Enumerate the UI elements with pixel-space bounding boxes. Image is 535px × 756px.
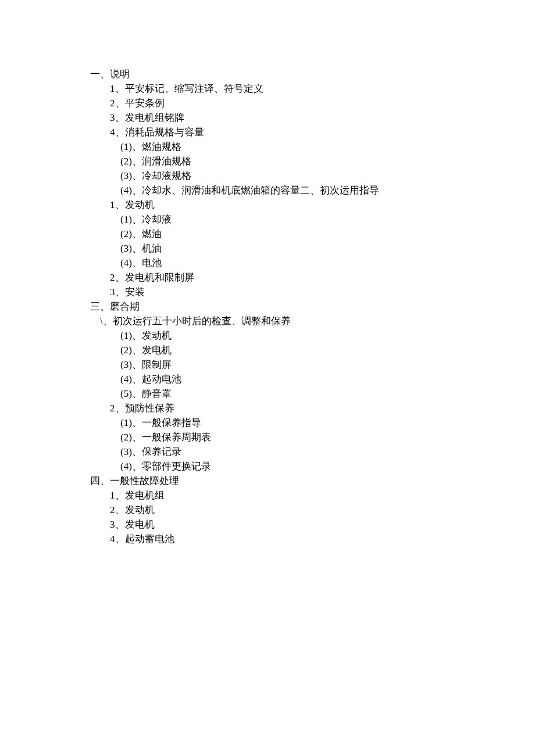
toc-line: (4)、冷却水、润滑油和机底燃油箱的容量二、初次运用指导	[90, 183, 535, 198]
toc-line: 4、消耗品规格与容量	[90, 125, 535, 139]
toc-line: 2、平安条例	[90, 96, 535, 110]
toc-line: (2)、润滑油规格	[90, 154, 535, 169]
toc-line: (1)、发动机	[90, 328, 535, 343]
toc-line: (4)、起动电池	[90, 372, 535, 386]
toc-line: (2)、一般保养周期表	[90, 430, 535, 445]
toc-line: (5)、静音罩	[90, 386, 535, 401]
toc-line: 4、起动蓄电池	[90, 532, 535, 546]
toc-line: (1)、一般保养指导	[90, 415, 535, 430]
toc-line: 一、说明	[90, 67, 535, 81]
toc-line: (2)、燃油	[90, 227, 535, 241]
toc-line: 3、发电机	[90, 517, 535, 532]
toc-line: (2)、发电机	[90, 343, 535, 357]
toc-line: (3)、冷却液规格	[90, 169, 535, 183]
toc-line: 2、发电机和限制屏	[90, 270, 535, 285]
toc-line: 3、安装	[90, 285, 535, 299]
toc-line: (1)、冷却液	[90, 212, 535, 227]
toc-line: (3)、限制屏	[90, 357, 535, 372]
toc-line: 1、平安标记、缩写注译、符号定义	[90, 81, 535, 96]
toc-line: 3、发电机组铭牌	[90, 110, 535, 125]
toc-line: 四、一般性故障处理	[90, 474, 535, 488]
toc-line: (4)、电池	[90, 256, 535, 270]
toc-line: 2、发动机	[90, 503, 535, 517]
toc-line: 三、磨合期	[90, 299, 535, 314]
toc-line: 1、发动机	[90, 198, 535, 212]
toc-line: (3)、保养记录	[90, 445, 535, 459]
toc-line: (4)、零部件更换记录	[90, 459, 535, 474]
document-root: 一、说明 1、平安标记、缩写注译、符号定义 2、平安条例 3、发电机组铭牌 4、…	[90, 67, 535, 546]
toc-line: 1、发电机组	[90, 488, 535, 503]
toc-line: \、初次运行五十小时后的检查、调整和保养	[90, 314, 535, 328]
toc-line: 2、预防性保养	[90, 401, 535, 415]
toc-line: (1)、燃油规格	[90, 139, 535, 154]
toc-line: (3)、机油	[90, 241, 535, 256]
